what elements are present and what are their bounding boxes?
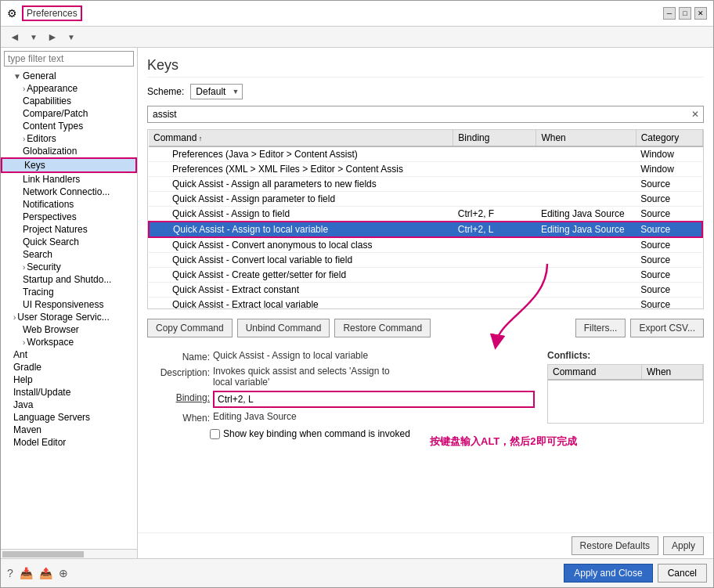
table-row[interactable]: Preferences (XML > XML Files > Editor > … [149,162,702,177]
bottom-buttons: ? 📥 📤 ⊕ Apply and Close Cancel [1,558,713,587]
scheme-select[interactable]: Default [190,84,243,99]
sidebar-item-security[interactable]: › Security [1,261,137,273]
sidebar-item-label: Capabilities [23,96,71,106]
search-input[interactable] [148,106,687,122]
sidebar-item-globalization[interactable]: Globalization [1,145,137,157]
binding-row: Binding: [147,391,535,408]
sidebar-item-ui-responsiveness[interactable]: UI Responsiveness [1,298,137,311]
sidebar-item-project-natures[interactable]: Project Natures [1,223,137,236]
table-row[interactable]: Quick Assist - Extract constant Source [149,283,702,298]
sidebar-item-install-update[interactable]: Install/Update [1,386,137,399]
sidebar-item-quick-search[interactable]: Quick Search [1,236,137,248]
col-binding[interactable]: Binding [453,130,536,146]
expand-arrow-workspace: › [23,338,25,347]
filters-button[interactable]: Filters... [575,319,626,337]
export-csv-button[interactable]: Export CSV... [630,319,704,337]
sidebar-item-compare[interactable]: Compare/Patch [1,107,137,120]
table-row[interactable]: Quick Assist - Convert anonymous to loca… [149,237,702,253]
cell-command: Quick Assist - Convert anonymous to loca… [149,237,453,253]
col-when[interactable]: When [536,130,636,146]
unbind-command-button[interactable]: Unbind Command [237,319,330,337]
sidebar-item-appearance[interactable]: › Appearance [1,82,137,95]
cell-category: Source [636,207,702,222]
cell-command: Quick Assist - Create getter/setter for … [149,268,453,283]
filter-input[interactable] [4,51,134,67]
help-icon[interactable]: ? [7,567,13,579]
table-row[interactable]: Quick Assist - Extract local variable So… [149,298,702,310]
show-binding-label[interactable]: Show key binding when command is invoked [223,428,410,439]
apply-button[interactable]: Apply [663,536,704,555]
toolbar: ◄ ▼ ► ▼ [1,27,713,48]
keys-table-container[interactable]: Command Binding When Category Preference… [147,129,704,309]
table-row-selected[interactable]: Quick Assist - Assign to local variable … [149,222,702,237]
minimize-button[interactable]: ─ [663,7,676,20]
cell-command: Quick Assist - Convert local variable to… [149,253,453,268]
cell-category: Source [636,253,702,268]
forward-dropdown[interactable]: ▼ [63,29,79,45]
col-category[interactable]: Category [636,130,702,146]
sidebar-item-startup[interactable]: Startup and Shutdo... [1,273,137,286]
desc-row: Description: Invokes quick assist and se… [147,366,535,388]
sidebar-item-perspectives[interactable]: Perspectives [1,211,137,223]
sidebar-item-network[interactable]: Network Connectio... [1,186,137,198]
dropdown-arrow[interactable]: ▼ [26,29,41,45]
sidebar-item-label: Web Browser [23,324,79,335]
search-clear-button[interactable]: ✕ [687,107,703,121]
cancel-button[interactable]: Cancel [658,564,707,583]
sidebar-item-label: Workspace [27,337,74,348]
cell-category: Source [636,177,702,192]
table-row[interactable]: Quick Assist - Assign parameter to field… [149,192,702,207]
sidebar-item-workspace[interactable]: › Workspace [1,336,137,348]
cell-binding [453,177,536,192]
table-row[interactable]: Quick Assist - Create getter/setter for … [149,268,702,283]
settings-icon[interactable]: ⊕ [59,567,68,579]
cell-category: Window [636,162,702,177]
import-icon[interactable]: 📥 [20,567,33,579]
sidebar-item-label: Perspectives [23,211,77,222]
sidebar-item-java[interactable]: Java [1,399,137,411]
sidebar-scrollbar[interactable] [1,549,137,558]
sidebar-item-link-handlers[interactable]: Link Handlers [1,173,137,186]
restore-command-button[interactable]: Restore Command [334,319,431,337]
sidebar-item-tracing[interactable]: Tracing [1,286,137,298]
binding-input[interactable] [215,392,533,406]
table-header: Command Binding When Category [149,130,702,146]
sidebar-item-web-browser[interactable]: Web Browser [1,323,137,336]
table-row[interactable]: Quick Assist - Assign all parameters to … [149,177,702,192]
forward-button[interactable]: ► [45,29,60,45]
expand-arrow-appearance: › [23,85,25,93]
sidebar-item-editors[interactable]: › Editors [1,132,137,145]
sidebar-item-label: Language Servers [13,412,90,423]
sidebar-item-model-editor[interactable]: Model Editor [1,436,137,449]
sidebar-item-user-storage[interactable]: › User Storage Servic... [1,311,137,323]
sidebar-item-keys[interactable]: Keys [1,157,137,173]
sidebar-item-capabilities[interactable]: Capabilities [1,95,137,107]
close-button[interactable]: ✕ [694,7,707,20]
main-content: ▼ General › Appearance Capabilities Comp… [1,48,713,558]
back-button[interactable]: ◄ [7,29,23,45]
col-command[interactable]: Command [149,130,453,146]
restore-defaults-button[interactable]: Restore Defaults [572,536,658,555]
cell-binding [453,162,536,177]
sidebar-item-maven[interactable]: Maven [1,424,137,436]
cell-when [536,192,636,207]
maximize-button[interactable]: □ [679,7,691,20]
table-row[interactable]: Quick Assist - Assign to field Ctrl+2, F… [149,207,702,222]
show-binding-checkbox[interactable] [210,429,220,439]
export-icon[interactable]: 📤 [39,567,52,579]
sidebar-item-gradle[interactable]: Gradle [1,361,137,373]
apply-and-close-button[interactable]: Apply and Close [564,564,652,583]
sidebar-item-notifications[interactable]: Notifications [1,198,137,211]
copy-command-button[interactable]: Copy Command [147,319,233,337]
name-label: Name: [147,350,210,363]
title-bar: ⚙ Preferences ─ □ ✕ [1,1,713,27]
table-row[interactable]: Quick Assist - Convert local variable to… [149,253,702,268]
window-title: Preferences [22,5,82,21]
table-row[interactable]: Preferences (Java > Editor > Content Ass… [149,146,702,162]
sidebar-item-ant[interactable]: Ant [1,348,137,361]
sidebar-item-search[interactable]: Search [1,248,137,261]
sidebar-item-help[interactable]: Help [1,373,137,386]
sidebar-item-content-types[interactable]: Content Types [1,120,137,132]
sidebar-item-language-servers[interactable]: Language Servers [1,411,137,424]
sidebar-item-general[interactable]: ▼ General [1,70,137,82]
